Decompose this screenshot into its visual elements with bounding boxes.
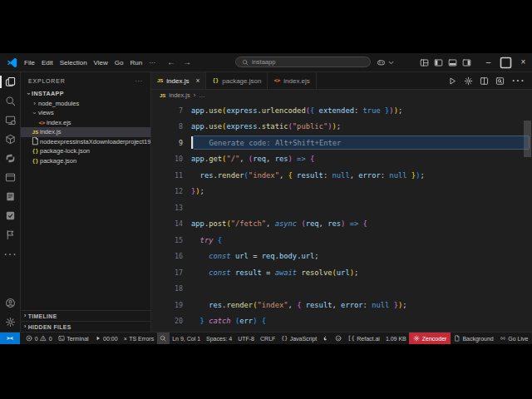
breadcrumb[interactable]: JS index.js › …: [151, 90, 532, 101]
menu-moremoremore[interactable]: ···: [145, 57, 159, 68]
status-language-mode[interactable]: {}JavaScript: [278, 332, 320, 344]
activitybar-notebook[interactable]: [0, 187, 20, 206]
activitybar-accounts[interactable]: [0, 293, 20, 313]
line-number[interactable]: 7: [151, 106, 191, 115]
status-copilot-status[interactable]: [332, 332, 345, 344]
status-ts-errors[interactable]: ×TS Errors: [121, 332, 157, 344]
status-terminal[interactable]: Terminal: [55, 332, 91, 344]
menu-go[interactable]: Go: [111, 57, 127, 68]
code-line-13[interactable]: 13: [151, 200, 532, 216]
code-editor[interactable]: 7app.use(express.urlencoded({ extended: …: [151, 101, 532, 332]
editor-scrollbar[interactable]: [524, 121, 531, 157]
tree-item-index-js[interactable]: JSindex.js: [21, 127, 150, 137]
line-number[interactable]: 15: [151, 236, 191, 244]
code-line-17[interactable]: 17 const result = await resolve(url);: [151, 264, 532, 281]
code-line-7[interactable]: 7app.use(express.urlencoded({ extended: …: [151, 102, 532, 119]
tree-item-node-modules[interactable]: ›node_modules: [21, 99, 150, 109]
code-line-18[interactable]: 18: [151, 281, 532, 298]
menu-edit[interactable]: Edit: [38, 57, 57, 68]
activitybar-remote-monitor[interactable]: [0, 111, 20, 130]
activitybar-python[interactable]: [0, 149, 20, 168]
status-zencoder[interactable]: Zencoder: [409, 332, 451, 344]
code-line-14[interactable]: 14app.post("/fetch", async (req, res) =>…: [151, 216, 532, 233]
tab-index-js[interactable]: JSindex.js ×: [151, 72, 206, 89]
line-number[interactable]: 19: [151, 301, 191, 309]
tree-item-instaapp[interactable]: ›INSTAAPP: [21, 89, 150, 99]
tree-item-package-lock-json[interactable]: {}package-lock.json: [21, 146, 150, 156]
line-number[interactable]: 11: [151, 171, 191, 180]
activitybar-more-views[interactable]: ···: [0, 244, 20, 264]
tree-item-nodeexpressinstaxdownloaderproject1997-rar[interactable]: nodeexpressinstaXdownloaderproject1997.r…: [21, 137, 150, 147]
line-number[interactable]: 10: [151, 155, 191, 163]
line-number[interactable]: 14: [151, 219, 191, 228]
command-center-search[interactable]: instaapp: [235, 57, 371, 67]
activitybar-settings[interactable]: [0, 313, 20, 332]
layout-left-icon[interactable]: [434, 58, 443, 67]
line-number[interactable]: 8: [151, 122, 191, 131]
tab-package-json[interactable]: {}package.json: [206, 72, 268, 89]
maximize-button[interactable]: [497, 53, 515, 71]
code-line-9[interactable]: 9 Generate code: Alt+Shift+Enter: [151, 135, 532, 151]
layout-customize-icon[interactable]: [420, 58, 429, 67]
code-line-12[interactable]: 12});: [151, 184, 532, 200]
code-line-16[interactable]: 16 const url = req.body.url;: [151, 249, 532, 265]
code-line-11[interactable]: 11 res.render("index", { result: null, e…: [151, 167, 532, 184]
menu-run[interactable]: Run: [126, 57, 145, 68]
close-window-button[interactable]: ×: [515, 53, 532, 71]
status-flame-ext[interactable]: [320, 332, 332, 344]
menu-view[interactable]: View: [91, 57, 111, 68]
open-preview-icon[interactable]: [495, 76, 505, 86]
line-number[interactable]: 17: [151, 268, 191, 277]
status-search-status[interactable]: [157, 332, 170, 344]
status-eol[interactable]: CRLF: [258, 332, 278, 344]
forward-arrow-icon[interactable]: →: [183, 58, 191, 66]
code-line-10[interactable]: 10app.get("/", (req, res) => {: [151, 151, 532, 168]
status-remote-indicator[interactable]: ><: [0, 332, 20, 344]
activitybar-testing[interactable]: [0, 206, 20, 225]
status-encoding[interactable]: UTF-8: [235, 332, 258, 344]
tree-item-index-ejs[interactable]: <>index.ejs: [21, 118, 150, 128]
back-arrow-icon[interactable]: ←: [167, 58, 175, 66]
section-hidden-files[interactable]: ›HIDDEN FILES: [21, 321, 150, 332]
line-number[interactable]: 13: [151, 204, 191, 212]
line-number[interactable]: 20: [151, 317, 191, 325]
activitybar-extensions-cube[interactable]: [0, 130, 20, 149]
code-line-8[interactable]: 8app.use(express.static("public"));: [151, 119, 532, 135]
inline-ai-suggestion[interactable]: Generate code: Alt+Shift+Enter: [193, 135, 530, 150]
activitybar-explorer[interactable]: [0, 72, 20, 91]
activitybar-todo-flag[interactable]: [0, 225, 20, 244]
code-line-19[interactable]: 19 res.render("index", { result, error: …: [151, 297, 532, 313]
run-config-icon[interactable]: [464, 76, 473, 86]
line-number[interactable]: 16: [151, 252, 191, 260]
status-background-ext[interactable]: Background: [451, 332, 496, 344]
line-number[interactable]: 18: [151, 284, 191, 293]
minimize-button[interactable]: –: [480, 53, 497, 71]
activitybar-browser-preview[interactable]: [0, 168, 20, 187]
code-line-21[interactable]: 21 res.render("index", { result: null, e…: [151, 329, 532, 332]
line-number[interactable]: 12: [151, 187, 191, 195]
status-go-live[interactable]: Go Live: [496, 332, 531, 344]
status-cursor-position[interactable]: Ln 9, Col 1: [170, 332, 204, 344]
layout-bottom-icon[interactable]: [448, 58, 457, 67]
tree-item-views[interactable]: ›views: [21, 108, 150, 118]
line-number[interactable]: 9: [151, 139, 191, 147]
activitybar-search-view[interactable]: [0, 91, 20, 111]
section-timeline[interactable]: ›TIMELINE: [21, 310, 150, 321]
code-line-15[interactable]: 15 try {: [151, 232, 532, 249]
sidebar-more-icon[interactable]: ···: [135, 78, 143, 84]
status-task-timer[interactable]: 00:00: [91, 332, 121, 344]
code-line-20[interactable]: 20 } catch (err) {: [151, 313, 532, 330]
menu-selection[interactable]: Selection: [57, 57, 91, 68]
status-refact-ai[interactable]: [{Refact.ai: [345, 332, 383, 344]
copilot-menu[interactable]: [377, 53, 396, 71]
status-problems[interactable]: 0 0: [23, 332, 55, 344]
layout-right-icon[interactable]: [462, 58, 471, 67]
run-button-icon[interactable]: [448, 76, 457, 86]
tab-index-ejs[interactable]: <>index.ejs: [268, 72, 316, 89]
status-indentation[interactable]: Spaces: 4: [204, 332, 235, 344]
more-actions-icon[interactable]: ···: [511, 74, 525, 87]
menu-file[interactable]: File: [21, 57, 38, 68]
status-file-size[interactable]: 1.09 KB: [382, 332, 409, 344]
split-editor-icon[interactable]: [480, 76, 489, 86]
tree-item-package-json[interactable]: {}package.json: [21, 156, 150, 166]
